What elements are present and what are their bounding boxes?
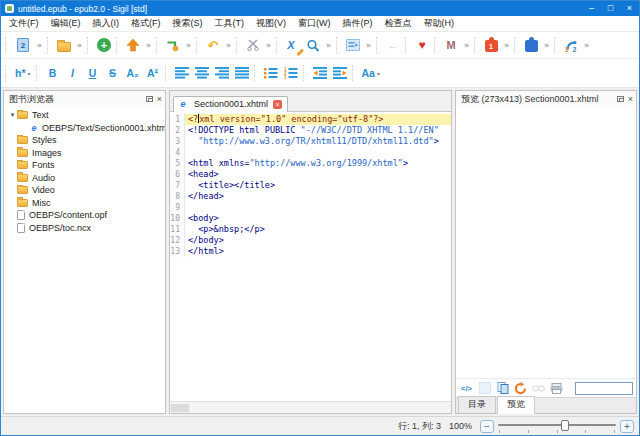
undock-icon[interactable] bbox=[617, 96, 624, 102]
donate-icon[interactable]: ♥ bbox=[413, 35, 431, 55]
searches-overflow-chevron[interactable]: » bbox=[364, 35, 373, 55]
code-view[interactable]: 1<?xml version="1.0" encoding="utf-8"?>2… bbox=[170, 112, 451, 401]
undo-icon[interactable]: ↶ bbox=[204, 35, 222, 55]
code-line-11[interactable]: 11 <p>&nbsp;</p> bbox=[170, 224, 451, 235]
tab-close-button[interactable]: × bbox=[273, 100, 282, 109]
spellcheck-icon[interactable]: X bbox=[284, 35, 302, 55]
copy-icon[interactable] bbox=[495, 381, 510, 396]
code-line-10[interactable]: 10<body> bbox=[170, 213, 451, 224]
code-line-9[interactable]: 9 bbox=[170, 202, 451, 213]
expand-arrow-icon[interactable]: ▾ bbox=[8, 111, 17, 119]
code-line-13[interactable]: 13</html> bbox=[170, 246, 451, 257]
cut-icon[interactable] bbox=[244, 35, 262, 55]
select-all-icon[interactable] bbox=[477, 381, 492, 396]
strikethrough-button[interactable]: S bbox=[104, 63, 122, 83]
menu-plugins[interactable]: 插件(P) bbox=[337, 16, 379, 31]
link-icon[interactable] bbox=[531, 381, 546, 396]
marked-text-icon[interactable]: M bbox=[442, 35, 460, 55]
print-icon[interactable] bbox=[549, 381, 564, 396]
code-line-7[interactable]: 7 <title></title> bbox=[170, 180, 451, 191]
find-overflow-chevron[interactable]: » bbox=[324, 35, 333, 55]
plugin1-overflow-chevron[interactable]: » bbox=[502, 35, 511, 55]
plugin-2-icon[interactable]: 12 bbox=[562, 35, 580, 55]
find-replace-icon[interactable] bbox=[304, 35, 322, 55]
tree-item-images[interactable]: Images bbox=[4, 147, 165, 160]
underline-button[interactable]: U bbox=[84, 63, 102, 83]
plugin-1-icon[interactable]: 1 bbox=[482, 35, 500, 55]
tree-item-section0001[interactable]: eOEBPS/Text/Section0001.xhtml bbox=[4, 122, 165, 135]
tab-section0001[interactable]: e Section0001.xhtml × bbox=[173, 96, 288, 112]
cut-overflow-chevron[interactable]: » bbox=[264, 35, 273, 55]
menu-file[interactable]: 文件(F) bbox=[3, 16, 45, 31]
titlebar[interactable]: untitled.epub - epub2.0 - Sigil [std] – … bbox=[1, 1, 639, 16]
align-right-button[interactable] bbox=[213, 63, 231, 83]
code-line-3[interactable]: 3 "http://www.w3.org/TR/xhtml11/DTD/xhtm… bbox=[170, 136, 451, 147]
code-line-6[interactable]: 6<head> bbox=[170, 169, 451, 180]
indent-button[interactable] bbox=[331, 63, 349, 83]
menu-insert[interactable]: 插入(I) bbox=[87, 16, 126, 31]
menu-window[interactable]: 窗口(W) bbox=[292, 16, 337, 31]
plugin2-overflow-chevron[interactable]: » bbox=[582, 35, 591, 55]
checkpoint-save-icon[interactable] bbox=[164, 35, 182, 55]
bold-button[interactable]: B bbox=[44, 63, 62, 83]
save-icon[interactable] bbox=[124, 35, 142, 55]
menu-checkpoint[interactable]: 检查点 bbox=[379, 16, 418, 31]
new-epub-icon[interactable]: 2 bbox=[14, 35, 32, 55]
tree-item-video[interactable]: Video bbox=[4, 184, 165, 197]
align-justify-button[interactable] bbox=[233, 63, 251, 83]
open-overflow-chevron[interactable]: » bbox=[75, 35, 84, 55]
numbered-list-button[interactable]: 123 bbox=[282, 63, 300, 83]
casing-button[interactable]: Aa▾ bbox=[360, 63, 382, 83]
code-line-4[interactable]: 4 bbox=[170, 147, 451, 158]
undo-overflow-chevron[interactable]: » bbox=[224, 35, 233, 55]
menu-help[interactable]: 帮助(H) bbox=[418, 16, 461, 31]
save-overflow-chevron[interactable]: » bbox=[144, 35, 153, 55]
tree-item-toc-ncx[interactable]: OEBPS/toc.ncx bbox=[4, 222, 165, 235]
manage-plugins-icon[interactable] bbox=[522, 35, 540, 55]
undock-icon[interactable] bbox=[146, 96, 153, 102]
menu-format[interactable]: 格式(F) bbox=[125, 16, 167, 31]
code-line-8[interactable]: 8</head> bbox=[170, 191, 451, 202]
italic-button[interactable]: I bbox=[64, 63, 82, 83]
back-icon[interactable]: ← bbox=[384, 35, 402, 55]
tree-item-misc[interactable]: Misc bbox=[4, 197, 165, 210]
code-line-2[interactable]: 2<!DOCTYPE html PUBLIC "-//W3C//DTD XHTM… bbox=[170, 125, 451, 136]
close-button[interactable]: × bbox=[620, 1, 639, 16]
marked-overflow-chevron[interactable]: » bbox=[462, 35, 471, 55]
close-pane-icon[interactable]: × bbox=[157, 95, 162, 104]
inspect-icon[interactable]: </> bbox=[459, 381, 474, 396]
checkpoint-overflow-chevron[interactable]: » bbox=[184, 35, 193, 55]
add-existing-files-icon[interactable]: + bbox=[95, 35, 113, 55]
maximize-button[interactable]: □ bbox=[601, 1, 620, 16]
subscript-button[interactable]: A₂ bbox=[124, 63, 142, 83]
open-file-icon[interactable] bbox=[55, 35, 73, 55]
zoom-out-button[interactable]: − bbox=[480, 420, 494, 433]
minimize-button[interactable]: – bbox=[582, 1, 601, 16]
align-left-button[interactable] bbox=[173, 63, 191, 83]
preview-search-input[interactable] bbox=[575, 382, 633, 395]
refresh-icon[interactable] bbox=[513, 381, 528, 396]
code-line-1[interactable]: 1<?xml version="1.0" encoding="utf-8"?> bbox=[170, 114, 451, 125]
new-overflow-chevron[interactable]: » bbox=[35, 35, 44, 55]
outdent-button[interactable] bbox=[311, 63, 329, 83]
superscript-button[interactable]: A² bbox=[144, 63, 162, 83]
tab-toc[interactable]: 目录 bbox=[458, 396, 496, 413]
menu-edit[interactable]: 编辑(E) bbox=[45, 16, 87, 31]
horizontal-scrollbar[interactable] bbox=[170, 401, 451, 413]
tree-item-content-opf[interactable]: OEBPS/content.opf bbox=[4, 209, 165, 222]
tree-item-fonts[interactable]: Fonts bbox=[4, 159, 165, 172]
tree-item-text[interactable]: ▾Text bbox=[4, 109, 165, 122]
menu-view[interactable]: 视图(V) bbox=[250, 16, 292, 31]
code-line-12[interactable]: 12</body> bbox=[170, 235, 451, 246]
close-pane-icon[interactable]: × bbox=[628, 95, 633, 104]
zoom-in-button[interactable]: + bbox=[620, 420, 634, 433]
tree-item-audio[interactable]: Audio bbox=[4, 172, 165, 185]
code-line-5[interactable]: 5<html xmlns="http://www.w3.org/1999/xht… bbox=[170, 158, 451, 169]
tab-preview[interactable]: 预览 bbox=[497, 396, 535, 414]
bullet-list-button[interactable] bbox=[262, 63, 280, 83]
saved-searches-icon[interactable] bbox=[344, 35, 362, 55]
heading-style-button[interactable]: h*▾ bbox=[13, 63, 33, 83]
menu-tools[interactable]: 工具(T) bbox=[209, 16, 251, 31]
scrollbar-thumb[interactable] bbox=[171, 404, 189, 412]
tree-item-styles[interactable]: Styles bbox=[4, 134, 165, 147]
